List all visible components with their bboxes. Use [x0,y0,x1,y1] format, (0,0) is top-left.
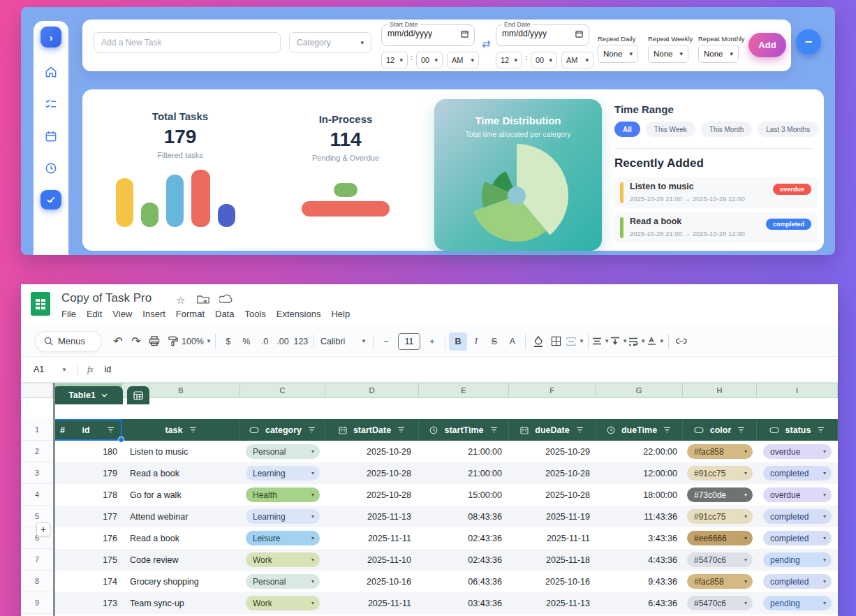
italic-button[interactable]: I [467,332,485,351]
recent-task-item[interactable]: Read a book2025-10-28 21:00 → 2025-10-28… [614,212,818,243]
insert-row-button[interactable]: + [36,522,50,536]
row-number-4[interactable]: 4 [21,484,53,506]
cell-task[interactable]: Go for a walk [122,484,240,506]
document-title[interactable]: Copy of Task Pro [61,291,152,305]
start-minute-select[interactable]: 00▾ [416,52,443,68]
color-chip[interactable]: #91cc75▾ [687,466,753,481]
cell-start-date[interactable]: 2025-11-11 [325,592,419,614]
paint-format-icon[interactable] [163,332,182,351]
cell-due-date[interactable]: 2025-10-28 [509,484,596,506]
table-column-header-status[interactable]: status [757,419,838,441]
time-range-pill-last-3-months[interactable]: Last 3 Months [758,122,818,137]
cell-start-time[interactable]: 03:43:36 [419,592,509,614]
table-column-header-dueDate[interactable]: dueDate [509,419,596,441]
borders-icon[interactable] [547,332,566,351]
merge-cells-icon[interactable]: ▼ [566,332,584,351]
column-header-D[interactable]: D [325,383,419,398]
column-header-H[interactable]: H [683,383,757,398]
cell-id[interactable]: 179 [53,462,122,484]
repeat-weekly-select[interactable]: None▾ [648,45,688,63]
category-chip[interactable]: Learning▾ [246,509,320,524]
cell-id[interactable]: 175 [53,549,122,571]
move-folder-icon[interactable] [197,294,209,305]
filter-icon[interactable] [397,427,405,433]
repeat-monthly-select[interactable]: None▾ [698,45,739,63]
cell-task[interactable]: Team sync-up [122,592,240,614]
column-header-G[interactable]: G [596,383,683,398]
column-header-C[interactable]: C [240,383,325,398]
filter-icon[interactable] [663,427,671,433]
filter-icon[interactable] [576,427,584,433]
clock-icon[interactable] [43,161,59,176]
status-chip[interactable]: completed▾ [763,509,832,524]
table-name-chip[interactable]: Table1 [53,386,123,404]
cell-task[interactable]: Code review [122,549,240,571]
search-menus-button[interactable]: Menus [35,331,102,352]
status-chip[interactable]: overdue▾ [763,444,832,459]
cell-task[interactable]: Listen to music [122,441,240,462]
cell-due-date[interactable]: 2025-11-19 [509,506,596,527]
repeat-daily-select[interactable]: None▾ [598,45,638,63]
cell-task[interactable]: Read a book [122,527,240,549]
horizontal-align-icon[interactable]: ▼ [592,332,610,351]
collapse-toolbar-button[interactable]: − [796,29,821,54]
status-chip[interactable]: pending▾ [763,596,832,610]
filter-icon[interactable] [737,427,745,433]
sidebar-collapse-button[interactable]: › [40,27,61,47]
font-size-input[interactable]: 11 [398,333,420,350]
text-rotation-icon[interactable]: ▼ [647,332,665,351]
cell-due-time[interactable]: 4:43:36 [596,549,683,571]
menu-data[interactable]: Data [215,309,234,319]
decrease-font-size-button[interactable]: − [377,332,395,351]
table-options-button[interactable] [127,386,149,404]
status-chip[interactable]: completed▾ [763,531,832,545]
zoom-select[interactable]: 100%▼ [182,332,212,351]
cell-start-date[interactable]: 2025-10-28 [325,462,419,484]
formula-input[interactable]: id [105,365,112,374]
cell-due-time[interactable]: 18:00:00 [596,484,683,506]
color-chip[interactable]: #ee6666▾ [687,531,753,545]
cell-id[interactable]: 180 [53,441,122,462]
color-chip[interactable]: #fac858▾ [687,444,753,459]
category-chip[interactable]: Learning▾ [246,466,320,481]
cell-start-date[interactable]: 2025-11-10 [325,549,419,571]
cell-due-time[interactable]: 9:43:36 [596,571,683,592]
bold-button[interactable]: B [449,332,467,351]
format-currency-button[interactable]: $ [219,332,237,351]
end-minute-select[interactable]: 00▾ [531,52,557,68]
color-chip[interactable]: #fac858▾ [687,574,753,589]
cell-start-time[interactable]: 21:00:00 [419,462,509,484]
cell-id[interactable]: 176 [53,527,122,549]
cell-id[interactable]: 174 [53,571,122,592]
insert-link-icon[interactable] [672,332,691,351]
format-percent-button[interactable]: % [237,332,256,351]
cell-start-date[interactable]: 2025-11-11 [325,527,419,549]
column-header-I[interactable]: I [757,383,838,398]
time-range-pill-this-month[interactable]: This Month [701,122,752,137]
home-icon[interactable] [43,64,59,80]
cell-start-time[interactable]: 21:00:00 [419,441,509,462]
category-chip[interactable]: Work▾ [246,552,320,567]
cell-start-date[interactable]: 2025-10-28 [325,484,419,506]
time-range-pill-all[interactable]: All [614,122,640,137]
cell-due-date[interactable]: 2025-10-16 [509,571,596,592]
filter-icon[interactable] [308,427,316,433]
cell-due-time[interactable]: 12:00:00 [596,462,683,484]
active-check-button[interactable] [40,190,61,210]
row-number-3[interactable]: 3 [21,462,53,484]
menu-tools[interactable]: Tools [244,309,265,319]
new-task-input[interactable] [94,32,281,53]
filter-icon[interactable] [189,427,197,433]
category-select[interactable]: Category▾ [289,32,371,53]
filter-icon[interactable] [817,427,825,433]
menu-file[interactable]: File [61,309,76,319]
color-chip[interactable]: #5470c6▾ [687,596,753,610]
table-column-header-category[interactable]: category [240,419,325,441]
table-column-header-startTime[interactable]: startTime [419,419,509,441]
status-chip[interactable]: pending▾ [763,552,832,567]
end-hour-select[interactable]: 12▾ [496,52,522,68]
color-chip[interactable]: #5470c6▾ [687,552,753,567]
category-chip[interactable]: Health▾ [246,487,320,502]
start-date-field[interactable]: Start Date mm/dd/yyyy [381,21,475,46]
cell-start-date[interactable]: 2025-11-13 [325,506,419,527]
